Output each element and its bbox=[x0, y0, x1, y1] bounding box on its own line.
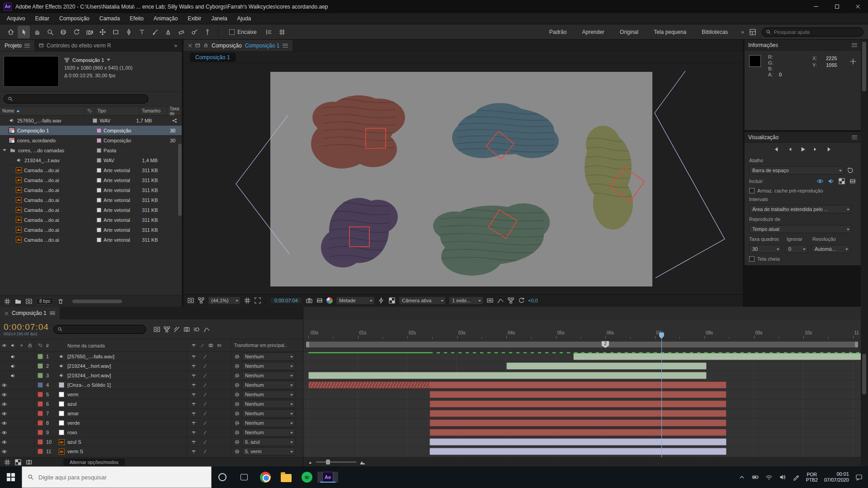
layer-label-color[interactable] bbox=[38, 382, 43, 388]
tool-rotate[interactable] bbox=[70, 26, 82, 38]
shy-icon[interactable] bbox=[191, 373, 196, 378]
play-from-dropdown[interactable]: Tempo atual bbox=[749, 225, 852, 233]
timeline-tab[interactable]: Composição 1 bbox=[0, 307, 60, 319]
zoom-in-icon[interactable] bbox=[359, 459, 366, 465]
grid-options-icon[interactable] bbox=[244, 297, 251, 304]
shy-icon[interactable] bbox=[191, 430, 196, 435]
show-channels-icon[interactable] bbox=[326, 297, 333, 304]
quality-icon[interactable] bbox=[203, 402, 208, 407]
project-search-input[interactable] bbox=[16, 96, 144, 102]
layer-label-color[interactable] bbox=[38, 420, 43, 426]
skip-end-button[interactable] bbox=[826, 146, 833, 153]
project-item[interactable]: AiCamada ...do.aiArte vetorial311 KB bbox=[0, 215, 182, 225]
column-header-tamanho[interactable]: Tamanho bbox=[140, 107, 167, 115]
tab-overflow-button[interactable]: » bbox=[170, 40, 182, 51]
layer-label-color[interactable] bbox=[38, 373, 43, 378]
layer-name[interactable]: amar bbox=[66, 411, 186, 416]
flowchart-icon[interactable] bbox=[507, 297, 514, 304]
layer-row[interactable]: 10Aiazul S6. azul bbox=[0, 437, 303, 447]
graph-editor-icon[interactable] bbox=[497, 297, 504, 304]
layer-duration-bar[interactable] bbox=[506, 362, 707, 370]
shy-icon[interactable] bbox=[191, 364, 196, 369]
eye-icon[interactable] bbox=[1, 382, 7, 388]
layer-row[interactable]: 8verdeNenhum bbox=[0, 418, 303, 428]
rotate-icon[interactable] bbox=[518, 297, 525, 304]
column-header-tag[interactable] bbox=[85, 107, 95, 115]
quality-icon[interactable] bbox=[203, 440, 208, 445]
project-scrollbar[interactable] bbox=[178, 144, 182, 216]
fullscreen-checkbox[interactable] bbox=[749, 256, 755, 262]
parent-dropdown[interactable]: 6. azul bbox=[242, 438, 295, 446]
layer-name[interactable]: [219244_..hort.wav] bbox=[66, 363, 186, 369]
expand-layer-switches-icon[interactable] bbox=[4, 459, 11, 466]
quality-icon[interactable] bbox=[203, 373, 208, 378]
work-area-bar[interactable]: 2 bbox=[303, 339, 861, 352]
pixel-aspect-icon[interactable] bbox=[486, 297, 494, 304]
project-search[interactable] bbox=[4, 94, 148, 103]
pickwhip-icon[interactable] bbox=[234, 354, 240, 360]
parent-dropdown[interactable]: Nenhum bbox=[242, 381, 295, 389]
toggle-switches-modes-button[interactable]: Alternar opções/modos bbox=[63, 459, 125, 466]
shy-icon[interactable] bbox=[191, 392, 196, 397]
parent-dropdown[interactable]: Nenhum bbox=[242, 371, 295, 380]
workspace-tela-pequena[interactable]: Tela pequena bbox=[654, 29, 686, 35]
project-item[interactable]: 257650_...-falls.wavWAV1,7 MB bbox=[0, 116, 182, 126]
shy-icon[interactable] bbox=[191, 421, 196, 426]
interpret-footage-icon[interactable] bbox=[4, 298, 11, 305]
quality-icon[interactable] bbox=[203, 392, 208, 397]
project-item[interactable]: Composição 1Composição30 bbox=[0, 126, 182, 136]
lock-icon[interactable] bbox=[203, 43, 208, 48]
parent-dropdown[interactable]: Nenhum bbox=[242, 362, 295, 370]
framerate-dropdown[interactable]: 30 bbox=[749, 245, 782, 253]
speaker-icon[interactable] bbox=[10, 354, 16, 360]
quality-icon[interactable] bbox=[203, 411, 208, 416]
graph-editor-icon[interactable] bbox=[203, 326, 210, 333]
speaker-icon[interactable] bbox=[10, 363, 16, 369]
skip-start-button[interactable] bbox=[772, 146, 779, 153]
workspace-aprender[interactable]: Aprender bbox=[582, 29, 604, 35]
parent-dropdown[interactable]: Nenhum bbox=[242, 428, 295, 436]
taskbar-app-spotify[interactable] bbox=[297, 472, 317, 483]
tool-puppet[interactable] bbox=[201, 26, 213, 38]
help-search[interactable] bbox=[762, 28, 863, 37]
parent-dropdown[interactable]: Nenhum bbox=[242, 352, 295, 361]
timeline-graph[interactable]: :00s01s02s03s04s05s06s07s08s09s10s11 2 bbox=[303, 307, 861, 466]
layer-name[interactable]: [219244_..hort.wav] bbox=[66, 373, 186, 378]
snapshot-icon[interactable] bbox=[306, 297, 313, 304]
quality-icon[interactable] bbox=[203, 383, 208, 388]
column-header-layer-name[interactable]: Nome da camada bbox=[66, 343, 186, 348]
layer-name[interactable]: [Cinza-...o Sólido 1] bbox=[66, 382, 186, 388]
work-area-start-handle[interactable] bbox=[306, 342, 309, 347]
layer-row[interactable]: 9roxoNenhum bbox=[0, 428, 303, 437]
show-snapshot-icon[interactable] bbox=[849, 178, 856, 185]
expander-icon[interactable] bbox=[3, 149, 6, 153]
action-center-icon[interactable] bbox=[855, 474, 863, 481]
layer-name[interactable]: verm bbox=[66, 392, 186, 397]
layer-row[interactable]: 7amarNenhum bbox=[0, 409, 303, 418]
layer-duration-area[interactable] bbox=[303, 352, 861, 457]
project-item[interactable]: AiCamada ...do.aiArte vetorial311 KB bbox=[0, 175, 182, 185]
taskbar-app-chrome[interactable] bbox=[255, 472, 276, 483]
task-view-button[interactable] bbox=[233, 466, 255, 488]
taskbar-app-explorer[interactable] bbox=[276, 472, 297, 482]
project-color-depth[interactable]: 8 bpc bbox=[36, 298, 53, 305]
expand-inout-icon[interactable] bbox=[25, 459, 33, 466]
tool-pen[interactable] bbox=[123, 26, 135, 38]
tool-clone-stamp[interactable] bbox=[162, 26, 174, 38]
pickwhip-icon[interactable] bbox=[234, 420, 240, 426]
quality-icon[interactable] bbox=[203, 449, 208, 454]
work-area-end-handle[interactable] bbox=[855, 342, 858, 347]
trash-icon[interactable] bbox=[57, 298, 64, 305]
tool-pan-behind[interactable] bbox=[96, 26, 108, 38]
menu-arquivo[interactable]: Arquivo bbox=[2, 13, 30, 24]
layer-duration-bar[interactable] bbox=[429, 429, 726, 436]
column-header-nome[interactable]: Nome bbox=[0, 107, 85, 115]
workspace-grid-icon[interactable] bbox=[749, 28, 756, 36]
tool-selection[interactable] bbox=[18, 26, 30, 38]
eye-icon[interactable] bbox=[1, 449, 7, 455]
flowchart-icon[interactable] bbox=[198, 297, 205, 304]
column-header-number[interactable]: # bbox=[46, 343, 57, 348]
project-item[interactable]: AiCamada ...do.aiArte vetorial311 KB bbox=[0, 205, 182, 215]
eye-icon[interactable] bbox=[1, 430, 7, 436]
eye-icon[interactable] bbox=[1, 392, 7, 398]
